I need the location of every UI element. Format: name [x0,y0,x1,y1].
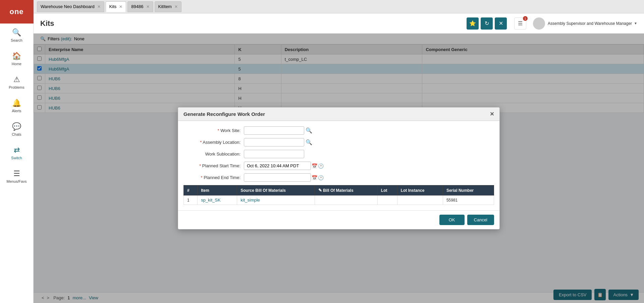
search-icon: 🔍 [12,28,21,37]
home-icon: 🏠 [12,52,21,60]
toolbar: Kits ⭐ ↻ ✕ ☰ 1 Assembly Supervisor and W… [34,13,644,34]
tab-dashboard[interactable]: Warehouse Neo Dashboard ✕ [37,1,104,12]
modal-col-serial: Serial Number [443,185,494,196]
user-role: Assembly Supervisor and Warehouse Manage… [548,21,632,26]
planned-end-input[interactable] [244,173,311,182]
content-area: 🔍 Filters (edit): None Enterprise Name K… [34,34,644,303]
refresh-button[interactable]: ↻ [481,17,493,30]
tab-89486-label: 89486 [131,4,143,9]
modal-row-source-bom: kit_simple [237,196,315,205]
sidebar-item-switch[interactable]: ⇄ Switch [0,141,33,165]
modal-ok-button[interactable]: OK [439,215,465,225]
close-page-button[interactable]: ✕ [495,17,507,30]
modal-table-row: 1 sp_kit_SK kit_simple 55981 [184,196,494,205]
switch-icon: ⇄ [14,146,20,155]
sidebar-item-chats[interactable]: 💬 Chats [0,118,33,141]
modal-row-serial: 55981 [443,196,494,205]
worksite-search-button[interactable]: 🔍 [306,127,312,134]
modal-row-lot-instance [397,196,443,205]
modal-footer: OK Cancel [178,210,499,229]
modal-col-item: Item [198,185,237,196]
tab-89486[interactable]: 89486 ✕ [127,1,153,12]
modal-row-item: sp_kit_SK [198,196,237,205]
tab-kititem-label: KitItem [158,4,172,9]
modal-row-bom [315,196,377,205]
modal-overlay: Generate Reconfigure Work Order ✕ Work S… [34,34,644,303]
chats-label: Chats [12,132,21,136]
app-logo: one [0,0,34,24]
planned-end-calendar-button[interactable]: 📅 [312,175,317,180]
tab-kits-label: Kits [109,4,117,9]
home-label: Home [12,62,21,66]
user-dropdown-arrow[interactable]: ▼ [634,21,637,25]
modal-col-source-bom: Source Bill Of Materials [237,185,315,196]
worksite-label: Work Site: [183,128,244,133]
work-sublocation-input[interactable] [244,150,304,158]
modal-title: Generate Reconfigure Work Order [183,111,265,117]
sidebar-item-search[interactable]: 🔍 Search [0,24,33,47]
modal-inner-table: # Item Source Bill Of Materials ✎ Bill O… [183,185,494,205]
modal-table-body: 1 sp_kit_SK kit_simple 55981 [184,196,494,205]
modal-source-bom-link[interactable]: kit_simple [240,198,260,203]
main-area: Warehouse Neo Dashboard ✕ Kits ✕ 89486 ✕… [34,0,644,303]
problems-icon: ⚠ [13,75,20,84]
planned-start-calendar-button[interactable]: 📅 [312,163,317,169]
page-title: Kits [40,19,465,28]
sidebar-item-menus[interactable]: ☰ Menus/Favs [0,165,33,188]
form-row-assembly-location: Assembly Location: 🔍 [183,138,494,146]
sidebar: one 🔍 Search 🏠 Home ⚠ Problems 🔔 Alerts … [0,0,34,303]
alerts-label: Alerts [12,109,21,113]
assembly-location-input[interactable] [244,138,304,146]
form-row-work-sublocation: Work Sublocation: [183,150,494,158]
planned-start-input[interactable] [244,162,311,170]
modal-col-lot-instance: Lot Instance [397,185,443,196]
modal: Generate Reconfigure Work Order ✕ Work S… [178,107,500,229]
modal-close-button[interactable]: ✕ [490,111,494,117]
modal-col-bom: ✎ Bill Of Materials [315,185,377,196]
modal-row-num: 1 [184,196,198,205]
menus-icon: ☰ [13,169,20,178]
planned-end-label: Planned End Time: [183,175,244,180]
menus-label: Menus/Favs [7,179,27,183]
notification-badge: 1 [523,16,528,21]
assembly-location-label: Assembly Location: [183,140,244,145]
modal-col-hash: # [184,185,198,196]
assembly-location-search-button[interactable]: 🔍 [306,139,312,145]
sidebar-item-alerts[interactable]: 🔔 Alerts [0,94,33,118]
tab-kititem-close[interactable]: ✕ [174,4,178,9]
form-row-planned-end: Planned End Time: 📅 🕐 [183,173,494,182]
tab-kits-close[interactable]: ✕ [119,4,122,9]
user-area: Assembly Supervisor and Warehouse Manage… [533,17,637,30]
form-row-planned-start: Planned Start Time: 📅 🕐 [183,162,494,170]
problems-label: Problems [9,85,24,89]
favorite-button[interactable]: ⭐ [467,17,479,30]
tab-89486-close[interactable]: ✕ [146,4,150,9]
chats-icon: 💬 [12,122,21,131]
modal-header: Generate Reconfigure Work Order ✕ [178,107,499,121]
tab-dashboard-label: Warehouse Neo Dashboard [41,4,95,9]
menu-notification-area: ☰ 1 [512,17,526,30]
search-label: Search [11,38,22,42]
modal-row-lot [377,196,397,205]
sidebar-item-home[interactable]: 🏠 Home [0,47,33,71]
worksite-input[interactable] [244,126,304,135]
modal-item-link[interactable]: sp_kit_SK [201,198,221,203]
bom-edit-icon[interactable]: ✎ [318,188,322,193]
switch-label: Switch [11,156,22,160]
avatar [533,17,545,30]
modal-col-lot: Lot [377,185,397,196]
planned-start-clock-button[interactable]: 🕐 [318,163,324,169]
form-row-worksite: Work Site: 🔍 [183,126,494,135]
modal-body: Work Site: 🔍 Assembly Location: 🔍 Work S… [178,121,499,210]
tab-dashboard-close[interactable]: ✕ [97,4,101,9]
planned-end-clock-button[interactable]: 🕐 [318,175,324,180]
modal-cancel-button[interactable]: Cancel [467,215,494,225]
work-sublocation-label: Work Sublocation: [183,152,244,157]
tab-kits[interactable]: Kits ✕ [106,1,126,12]
sidebar-item-problems[interactable]: ⚠ Problems [0,71,33,94]
alerts-icon: 🔔 [12,99,21,107]
planned-start-label: Planned Start Time: [183,163,244,168]
tab-kititem[interactable]: KitItem ✕ [155,1,181,12]
tabbar: Warehouse Neo Dashboard ✕ Kits ✕ 89486 ✕… [34,0,644,13]
